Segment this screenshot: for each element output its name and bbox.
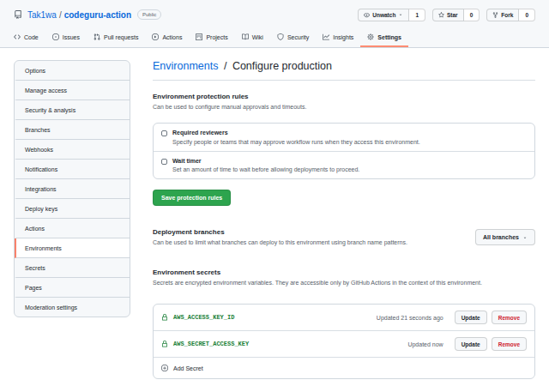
sidebar-item-environments[interactable]: Environments — [15, 238, 130, 258]
repo-title-row: Tak1wa / codeguru-action Public Unwatch … — [0, 6, 549, 23]
tab-code[interactable]: Code — [7, 27, 45, 47]
sidebar-item-security-analysis[interactable]: Security & analysis — [15, 100, 130, 120]
unwatch-button[interactable]: Unwatch — [358, 9, 409, 21]
repo-icon — [14, 10, 22, 19]
play-icon — [152, 33, 159, 40]
tab-security[interactable]: Security — [270, 27, 316, 47]
tab-pull-requests[interactable]: Pull requests — [87, 27, 145, 47]
all-branches-dropdown[interactable]: All branches — [475, 229, 535, 245]
environment-secrets-title: Environment secrets — [153, 268, 535, 276]
tab-label: Security — [287, 34, 309, 40]
secret-updated-timestamp: Updated now — [407, 341, 443, 347]
protection-rules-section: Environment protection rules Can be used… — [153, 93, 535, 206]
secret-row: AWS_ACCESS_KEY_ID Updated 21 seconds ago… — [154, 305, 534, 331]
all-branches-label: All branches — [483, 234, 519, 240]
tab-settings[interactable]: Settings — [360, 27, 408, 47]
environments-breadcrumb-link[interactable]: Environments — [153, 60, 218, 72]
tab-label: Projects — [206, 34, 227, 40]
content-area: Options Manage access Security & analysi… — [0, 48, 549, 379]
star-count[interactable]: 0 — [464, 9, 480, 21]
watch-count[interactable]: 1 — [409, 9, 425, 21]
tab-insights[interactable]: Insights — [316, 27, 360, 47]
tab-label: Code — [24, 34, 39, 40]
star-icon — [438, 12, 444, 18]
environment-secrets-section: Environment secrets Secrets are encrypte… — [153, 268, 535, 379]
tab-label: Wiki — [252, 34, 263, 40]
add-secret-label: Add Secret — [173, 365, 203, 371]
fork-button[interactable]: Fork — [486, 9, 519, 21]
gear-icon — [367, 33, 374, 40]
wait-timer-text: Wait timer Set an amount of time to wait… — [172, 158, 359, 173]
star-button-group: Star 0 — [432, 9, 480, 21]
shield-icon — [277, 33, 284, 40]
breadcrumb-current: Configure production — [232, 60, 332, 72]
repo-header: Tak1wa / codeguru-action Public Unwatch … — [0, 0, 549, 48]
environment-secrets-description: Secrets are encrypted environment variab… — [153, 279, 535, 286]
breadcrumb-separator: / — [224, 60, 226, 72]
tab-label: Pull requests — [104, 34, 138, 40]
rule-label: Wait timer — [172, 158, 359, 164]
required-reviewers-checkbox[interactable] — [161, 130, 167, 136]
tab-label: Insights — [333, 34, 353, 40]
rule-label: Required reviewers — [172, 130, 420, 136]
secret-name: AWS_SECRET_ACCESS_KEY — [173, 341, 249, 347]
secrets-list: AWS_ACCESS_KEY_ID Updated 21 seconds ago… — [153, 304, 535, 379]
deployment-branches-section: Deployment branches Can be used to limit… — [153, 228, 535, 246]
update-secret-button[interactable]: Update — [455, 311, 487, 324]
sidebar-item-manage-access[interactable]: Manage access — [15, 81, 130, 100]
fork-count[interactable]: 0 — [519, 9, 535, 21]
sidebar-item-webhooks[interactable]: Webhooks — [15, 140, 130, 160]
fork-label: Fork — [501, 12, 513, 18]
sidebar-item-pages[interactable]: Pages — [15, 278, 130, 298]
tab-wiki[interactable]: Wiki — [235, 27, 270, 47]
star-label: Star — [447, 12, 458, 18]
book-icon — [242, 33, 249, 40]
fork-icon — [492, 12, 498, 18]
settings-main: Environments / Configure production Envi… — [153, 60, 535, 379]
update-secret-button[interactable]: Update — [455, 337, 487, 351]
triangle-down-icon — [522, 235, 528, 240]
repo-nav-tabs: Code Issues Pull requests Actions Projec… — [0, 27, 549, 47]
sidebar-item-options[interactable]: Options — [15, 61, 130, 81]
wait-timer-row: Wait timer Set an amount of time to wait… — [154, 152, 534, 179]
remove-secret-button[interactable]: Remove — [492, 311, 527, 324]
remove-secret-button[interactable]: Remove — [492, 337, 527, 351]
deployment-branches-title: Deployment branches — [153, 228, 407, 236]
sidebar-item-notifications[interactable]: Notifications — [15, 160, 130, 179]
save-protection-rules-button[interactable]: Save protection rules — [153, 190, 231, 206]
tab-actions[interactable]: Actions — [145, 27, 189, 47]
sidebar-item-moderation-settings[interactable]: Moderation settings — [15, 298, 130, 317]
graph-icon — [323, 33, 329, 40]
tab-label: Issues — [63, 34, 80, 40]
tab-label: Settings — [377, 34, 401, 40]
visibility-badge: Public — [137, 9, 161, 20]
page-title-breadcrumb: Environments / Configure production — [153, 60, 535, 81]
protection-rules-title: Environment protection rules — [153, 93, 535, 100]
project-icon — [196, 33, 202, 40]
lock-icon — [161, 314, 168, 321]
repo-actions: Unwatch 1 Star 0 Fork — [358, 9, 535, 21]
triangle-down-icon — [398, 12, 403, 17]
tab-label: Actions — [162, 34, 182, 40]
repo-owner-link[interactable]: Tak1wa — [27, 10, 57, 20]
lock-icon — [161, 341, 168, 347]
sidebar-item-branches[interactable]: Branches — [15, 120, 130, 140]
wait-timer-checkbox[interactable] — [161, 159, 167, 165]
repo-name-link[interactable]: codeguru-action — [64, 10, 131, 20]
watch-button-group: Unwatch 1 — [358, 9, 425, 21]
code-icon — [14, 33, 21, 40]
tab-issues[interactable]: Issues — [45, 27, 87, 47]
git-pull-request-icon — [94, 33, 100, 40]
tab-projects[interactable]: Projects — [189, 27, 234, 47]
sidebar-item-integrations[interactable]: Integrations — [15, 179, 130, 199]
plus-circle-icon — [161, 365, 168, 371]
sidebar-item-secrets[interactable]: Secrets — [15, 258, 130, 278]
sidebar-item-actions[interactable]: Actions — [15, 219, 130, 238]
required-reviewers-text: Required reviewers Specify people or tea… — [172, 130, 420, 145]
secret-updated-timestamp: Updated 21 seconds ago — [377, 315, 443, 321]
add-secret-button[interactable]: Add Secret — [154, 358, 534, 378]
sidebar-item-deploy-keys[interactable]: Deploy keys — [15, 199, 130, 219]
secret-row: AWS_SECRET_ACCESS_KEY Updated now Update… — [154, 331, 534, 358]
repo-title: Tak1wa / codeguru-action — [27, 10, 131, 20]
star-button[interactable]: Star — [432, 9, 464, 21]
